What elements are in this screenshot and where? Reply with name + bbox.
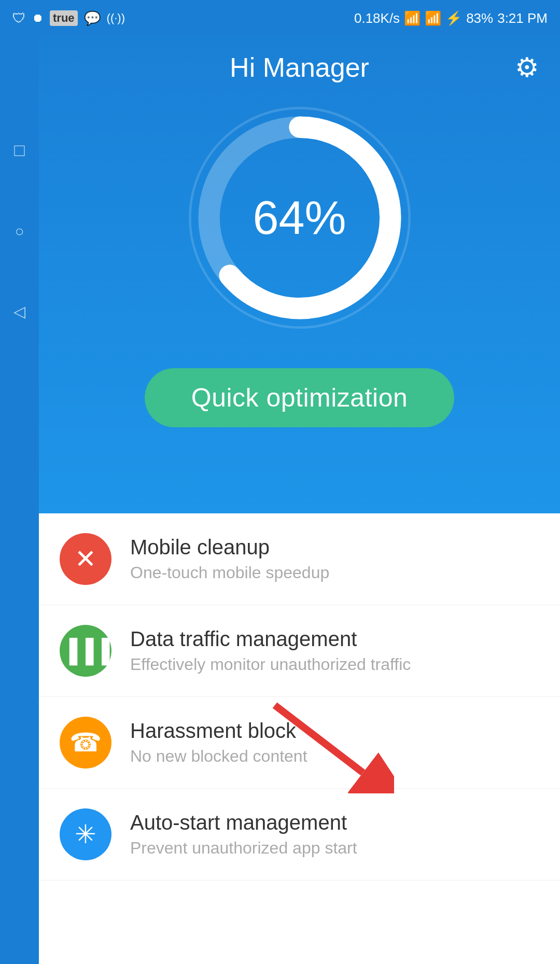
- menu-item-mobile-cleanup[interactable]: ✕ Mobile cleanup One-touch mobile speedu…: [39, 513, 560, 605]
- donut-chart-container: 64%: [180, 99, 419, 337]
- quick-optimization-button[interactable]: Quick optimization: [145, 368, 455, 427]
- menu-item-data-traffic[interactable]: ▐▐▐ Data traffic management Effectively …: [39, 605, 560, 697]
- data-traffic-title: Data traffic management: [130, 627, 539, 651]
- menu-item-harassment-block[interactable]: ☎ Harassment block No new blocked conten…: [39, 697, 560, 789]
- nav-circle-btn[interactable]: ○: [15, 222, 24, 240]
- autostart-title: Auto-start management: [130, 811, 539, 834]
- app-title: Hi Manager: [230, 52, 369, 83]
- signal-strength-icon: 📶: [425, 10, 441, 26]
- wifi-icon: 📶: [404, 10, 421, 26]
- header-title-row: Hi Manager ⚙: [39, 52, 560, 83]
- data-traffic-icon: ▐▐▐: [60, 625, 111, 677]
- true-badge: true: [50, 10, 78, 26]
- mobile-cleanup-subtitle: One-touch mobile speedup: [130, 563, 539, 582]
- header-area: Hi Manager ⚙ 64% Quick optimization: [39, 36, 560, 513]
- harassment-block-text: Harassment block No new blocked content: [130, 719, 539, 766]
- battery-icon: ⚡: [445, 10, 462, 26]
- data-traffic-text: Data traffic management Effectively moni…: [130, 627, 539, 674]
- music-icon: ⏺: [32, 11, 44, 25]
- shield-icon: 🛡: [12, 10, 26, 26]
- status-bar-left: 🛡 ⏺ true 💬 ((·)): [12, 10, 125, 26]
- status-bar-right: 0.18K/s 📶 📶 ⚡ 83% 3:21 PM: [354, 10, 548, 26]
- autostart-subtitle: Prevent unauthorized app start: [130, 839, 539, 858]
- autostart-icon: ✳: [60, 808, 111, 860]
- menu-item-autostart[interactable]: ✳ Auto-start management Prevent unauthor…: [39, 789, 560, 881]
- harassment-block-title: Harassment block: [130, 719, 539, 743]
- status-bar: 🛡 ⏺ true 💬 ((·)) 0.18K/s 📶 📶 ⚡ 83% 3:21 …: [0, 0, 560, 36]
- left-nav: □ ○ ◁: [0, 36, 39, 964]
- signal-icon: ((·)): [107, 11, 125, 25]
- network-speed: 0.18K/s: [354, 10, 400, 26]
- settings-icon[interactable]: ⚙: [515, 52, 539, 83]
- nav-back-btn[interactable]: ◁: [13, 302, 25, 320]
- autostart-text: Auto-start management Prevent unauthoriz…: [130, 811, 539, 858]
- battery-percent: 83%: [466, 10, 493, 26]
- mobile-cleanup-icon: ✕: [60, 533, 111, 585]
- menu-section: ✕ Mobile cleanup One-touch mobile speedu…: [39, 513, 560, 964]
- harassment-block-subtitle: No new blocked content: [130, 747, 539, 766]
- whatsapp-icon: 💬: [84, 10, 101, 26]
- nav-square-btn[interactable]: □: [14, 140, 25, 160]
- donut-percent-label: 64%: [253, 191, 346, 245]
- data-traffic-subtitle: Effectively monitor unauthorized traffic: [130, 655, 539, 674]
- mobile-cleanup-title: Mobile cleanup: [130, 536, 539, 559]
- harassment-block-icon: ☎: [60, 717, 111, 769]
- time-display: 3:21 PM: [497, 10, 548, 26]
- mobile-cleanup-text: Mobile cleanup One-touch mobile speedup: [130, 536, 539, 582]
